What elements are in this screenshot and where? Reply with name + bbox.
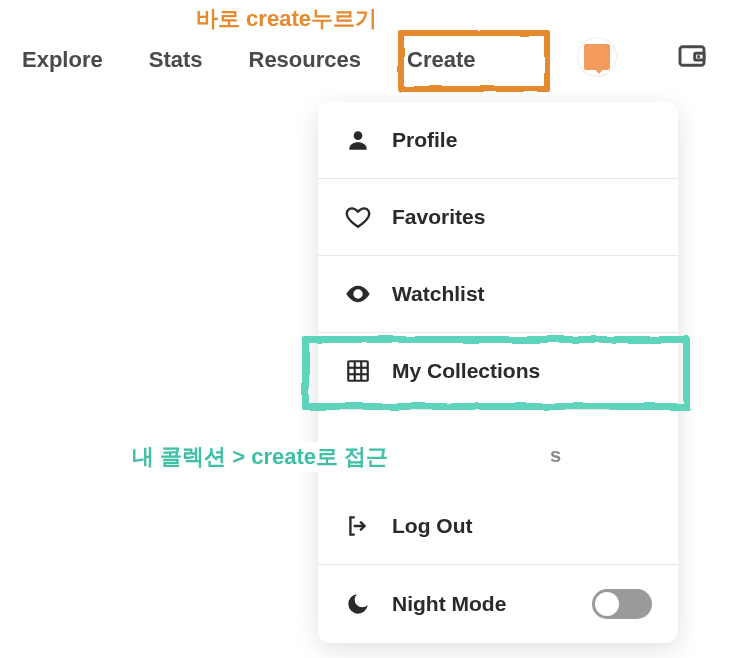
night-mode-toggle[interactable]: [592, 589, 652, 619]
person-icon: [344, 126, 372, 154]
menu-log-out-label: Log Out: [392, 514, 472, 538]
menu-log-out[interactable]: Log Out: [318, 488, 678, 565]
nav-resources[interactable]: Resources: [249, 47, 362, 73]
nav-stats[interactable]: Stats: [149, 47, 203, 73]
menu-watchlist[interactable]: Watchlist: [318, 256, 678, 333]
svg-point-4: [356, 292, 361, 297]
heart-icon: [344, 203, 372, 231]
moon-icon: [344, 590, 372, 618]
menu-my-collections-label: My Collections: [392, 359, 540, 383]
menu-profile-label: Profile: [392, 128, 457, 152]
menu-night-mode[interactable]: Night Mode: [318, 565, 678, 643]
annotation-create: 바로 create누르기: [192, 4, 381, 34]
menu-favorites[interactable]: Favorites: [318, 179, 678, 256]
svg-point-3: [354, 131, 363, 140]
profile-dropdown: Profile Favorites Watchlist: [318, 102, 678, 643]
annotation-collections-text: 내 콜렉션 > create로 접근: [130, 442, 390, 472]
menu-favorites-label: Favorites: [392, 205, 485, 229]
menu-my-collections[interactable]: My Collections: [318, 333, 678, 410]
toggle-knob: [595, 592, 619, 616]
grid-icon: [344, 357, 372, 385]
nav-create[interactable]: Create: [407, 47, 475, 73]
menu-night-mode-label: Night Mode: [392, 592, 506, 616]
menu-profile[interactable]: Profile: [318, 102, 678, 179]
top-nav: Explore Stats Resources Create: [0, 30, 736, 90]
nav-explore[interactable]: Explore: [22, 47, 103, 73]
avatar-button[interactable]: [578, 38, 616, 76]
menu-watchlist-label: Watchlist: [392, 282, 485, 306]
annotation-tail-char: s: [550, 444, 561, 467]
svg-rect-5: [348, 361, 368, 381]
wallet-icon[interactable]: [676, 40, 708, 72]
avatar-image: [584, 44, 610, 70]
svg-point-2: [697, 55, 700, 58]
logout-icon: [344, 512, 372, 540]
eye-icon: [344, 280, 372, 308]
